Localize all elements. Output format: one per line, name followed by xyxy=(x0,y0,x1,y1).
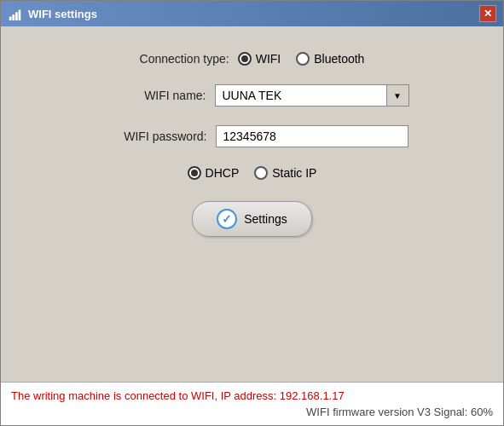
radio-dhcp[interactable]: DHCP xyxy=(188,166,240,180)
radio-dhcp-label: DHCP xyxy=(206,166,240,180)
wifi-settings-window: WIFI settings ✕ Connection type: WIFI Bl… xyxy=(0,0,504,426)
radio-wifi-circle xyxy=(238,52,252,66)
wifi-name-label: WIFI name: xyxy=(96,89,206,102)
svg-rect-1 xyxy=(12,14,14,20)
settings-button-label: Settings xyxy=(244,212,287,226)
svg-rect-3 xyxy=(19,10,21,21)
radio-bluetooth[interactable]: Bluetooth xyxy=(296,52,364,66)
radio-wifi-label: WIFI xyxy=(256,52,281,66)
radio-bluetooth-label: Bluetooth xyxy=(314,52,364,66)
radio-wifi[interactable]: WIFI xyxy=(238,52,281,66)
status-bar: The writing machine is connected to WIFI… xyxy=(1,382,503,425)
radio-static-ip[interactable]: Static IP xyxy=(254,166,316,180)
wifi-name-dropdown-btn[interactable]: ▼ xyxy=(386,85,408,106)
wifi-password-row: WIFI password: xyxy=(35,125,469,147)
settings-button[interactable]: ✓ Settings xyxy=(192,201,312,237)
settings-button-row: ✓ Settings xyxy=(35,201,469,237)
wifi-name-dropdown[interactable]: ▼ xyxy=(215,84,409,106)
wifi-name-row: WIFI name: ▼ xyxy=(35,84,469,106)
ip-mode-row: DHCP Static IP xyxy=(35,166,469,180)
wifi-name-input[interactable] xyxy=(216,85,386,106)
svg-rect-2 xyxy=(15,12,18,20)
ip-mode-radio-group: DHCP Static IP xyxy=(188,166,317,180)
wifi-icon xyxy=(8,6,23,21)
window-title: WIFI settings xyxy=(28,8,97,20)
radio-bluetooth-circle xyxy=(296,52,310,66)
firmware-version-text: WIFI firmware version V3 Signal: 60% xyxy=(11,406,493,418)
radio-static-ip-label: Static IP xyxy=(272,166,316,180)
main-content: Connection type: WIFI Bluetooth WIFI nam… xyxy=(1,26,503,382)
connection-type-radio-group: WIFI Bluetooth xyxy=(238,52,365,66)
radio-static-ip-circle xyxy=(254,166,268,180)
radio-dhcp-circle xyxy=(188,166,201,180)
wifi-password-input[interactable] xyxy=(216,125,408,147)
check-circle-icon: ✓ xyxy=(217,209,237,229)
connection-type-label: Connection type: xyxy=(140,52,229,66)
radio-dhcp-dot xyxy=(191,170,198,176)
title-bar-left: WIFI settings xyxy=(8,6,97,21)
title-bar: WIFI settings ✕ xyxy=(1,1,503,26)
svg-rect-0 xyxy=(9,17,12,21)
close-button[interactable]: ✕ xyxy=(479,5,496,22)
check-mark-icon: ✓ xyxy=(222,212,232,226)
radio-wifi-dot xyxy=(241,55,248,62)
connection-status-text: The writing machine is connected to WIFI… xyxy=(11,389,493,402)
wifi-password-label: WIFI password: xyxy=(96,130,207,143)
connection-type-row: Connection type: WIFI Bluetooth xyxy=(35,52,469,66)
